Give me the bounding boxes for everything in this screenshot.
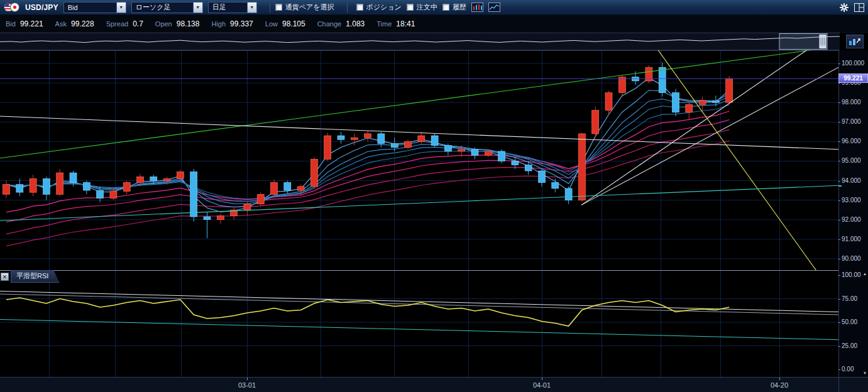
quote-label: Low bbox=[265, 20, 278, 28]
rsi-chart-canvas[interactable] bbox=[0, 270, 838, 377]
time-axis[interactable]: 03-0104-0104-20 bbox=[0, 377, 838, 392]
timeframe-value: 日足 bbox=[209, 3, 247, 12]
quote-label: Change bbox=[317, 20, 342, 28]
chart-layout-button[interactable] bbox=[488, 2, 500, 13]
timeframe-dropdown[interactable]: 日足 ▼ bbox=[208, 2, 257, 13]
chevron-down-icon[interactable]: ▼ bbox=[116, 3, 126, 13]
toolbar-divider bbox=[270, 3, 270, 13]
checkbox-box[interactable] bbox=[356, 4, 363, 11]
history-checkbox[interactable]: 履歴 bbox=[442, 3, 466, 12]
checkbox-box[interactable] bbox=[442, 4, 449, 11]
rsi-axis-label: 100.00 bbox=[842, 271, 861, 278]
checkbox-label: 通貨ペアを選択 bbox=[285, 3, 334, 12]
price-axis-label: 98.000 bbox=[842, 99, 861, 106]
pair-label: USD/JPY bbox=[25, 3, 58, 12]
quote-value: 98.105 bbox=[282, 19, 305, 28]
price-axis-label: 97.000 bbox=[842, 118, 861, 125]
checkbox-label: 注文中 bbox=[417, 3, 437, 12]
price-axis[interactable]: 100.00099.00098.00097.00096.00095.00094.… bbox=[838, 50, 868, 270]
open-orders-checkbox[interactable]: 注文中 bbox=[407, 3, 437, 12]
price-axis-label: 92.000 bbox=[842, 216, 861, 223]
rsi-tab-label[interactable]: 平滑型RSI bbox=[11, 270, 59, 283]
price-axis-label: 93.000 bbox=[842, 197, 861, 204]
chevron-down-icon[interactable]: ▼ bbox=[247, 3, 256, 13]
quote-value: 98.138 bbox=[177, 19, 200, 28]
time-axis-label: 03-01 bbox=[228, 381, 266, 389]
time-axis-label: 04-20 bbox=[761, 381, 798, 389]
quote-label: High bbox=[211, 20, 226, 28]
quote-label: Spread bbox=[106, 20, 128, 28]
price-axis-label: 100.000 bbox=[842, 60, 864, 67]
navigator-strip[interactable] bbox=[0, 33, 840, 50]
quote-label: Open bbox=[155, 20, 172, 28]
quote-label: Ask bbox=[55, 20, 67, 28]
current-price-tag: 99.221 bbox=[838, 74, 868, 83]
chevron-down-icon[interactable]: ▼ bbox=[193, 3, 202, 13]
checkbox-box[interactable] bbox=[275, 4, 282, 11]
rsi-scale-down-arrow[interactable]: ▼ bbox=[863, 371, 867, 375]
price-axis-label: 94.000 bbox=[842, 177, 861, 184]
chart-toolbar: USD/JPY Bid ▼ ローソク足 ▼ 日足 ▼ 通貨ペアを選択 ポジション… bbox=[0, 0, 868, 15]
navigator-sparkline[interactable] bbox=[0, 33, 840, 50]
rsi-axis-label: 25.00 bbox=[842, 342, 857, 349]
price-type-dropdown[interactable]: Bid ▼ bbox=[63, 2, 126, 13]
price-axis-label: 95.000 bbox=[842, 157, 861, 164]
price-axis-label: 96.000 bbox=[842, 138, 861, 144]
chart-type-dropdown[interactable]: ローソク足 ▼ bbox=[131, 2, 203, 13]
axis-corner bbox=[838, 377, 868, 392]
main-chart-canvas[interactable] bbox=[0, 50, 838, 270]
quote-value: 1.083 bbox=[346, 19, 365, 28]
quote-value: 99.221 bbox=[20, 19, 43, 28]
price-type-value: Bid bbox=[64, 4, 116, 11]
price-axis-label: 90.000 bbox=[842, 255, 861, 262]
rsi-tab-strip: ✕ 平滑型RSI bbox=[1, 271, 59, 281]
quote-label: Time bbox=[376, 20, 392, 28]
checkbox-label: 履歴 bbox=[453, 3, 466, 12]
quote-value: 0.7 bbox=[133, 19, 143, 28]
cyan-line-axis-marker bbox=[838, 185, 842, 187]
rsi-axis-label: 50.00 bbox=[842, 318, 857, 325]
navigator-scale-button[interactable] bbox=[846, 35, 864, 48]
settings-gear-icon[interactable] bbox=[839, 2, 849, 13]
quote-value: 18:41 bbox=[396, 19, 415, 28]
rsi-close-button[interactable]: ✕ bbox=[1, 273, 9, 281]
select-pair-checkbox[interactable]: 通貨ペアを選択 bbox=[275, 3, 334, 12]
usdjpy-flag-icon bbox=[4, 3, 20, 13]
rsi-axis[interactable]: 100.0075.0050.0025.000.00 bbox=[838, 270, 868, 377]
price-axis-label: 91.000 bbox=[842, 236, 861, 242]
rsi-axis-label: 0.00 bbox=[842, 366, 854, 373]
panel-layout-icon[interactable] bbox=[854, 2, 864, 13]
quote-label: Bid bbox=[6, 20, 16, 28]
rsi-scale-up-arrow[interactable]: ▲ bbox=[863, 272, 867, 276]
chart-type-value: ローソク足 bbox=[132, 3, 193, 12]
positions-checkbox[interactable]: ポジション bbox=[356, 3, 402, 12]
quote-bar: Bid99.221Ask99.228Spread0.7Open98.138Hig… bbox=[0, 15, 868, 33]
time-axis-label: 04-01 bbox=[523, 381, 561, 389]
new-chart-button[interactable] bbox=[471, 2, 483, 13]
quote-value: 99.337 bbox=[230, 19, 253, 28]
quote-value: 99.228 bbox=[71, 19, 94, 28]
trading-app-window: USD/JPY Bid ▼ ローソク足 ▼ 日足 ▼ 通貨ペアを選択 ポジション… bbox=[0, 0, 868, 392]
checkbox-box[interactable] bbox=[407, 4, 414, 11]
checkbox-label: ポジション bbox=[366, 3, 402, 12]
rsi-axis-label: 75.00 bbox=[842, 295, 857, 302]
toolbar-divider bbox=[347, 3, 348, 13]
